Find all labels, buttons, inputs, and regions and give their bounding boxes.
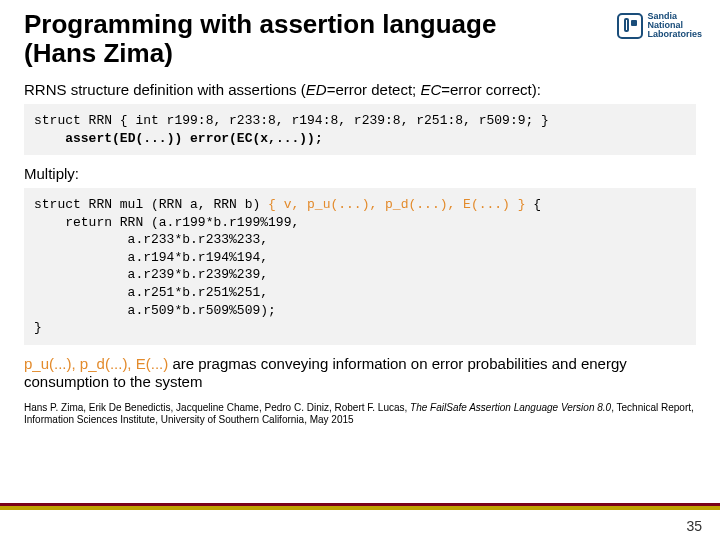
code-struct-definition: struct RRN { int r199:8, r233:8, r194:8,… (24, 104, 696, 155)
citation: Hans P. Zima, Erik De Benedictis, Jacque… (24, 402, 696, 426)
logo-text: Sandia National Laboratories (647, 12, 702, 39)
logo-mark (617, 13, 643, 39)
pragma-explanation: p_u(...), p_d(...), E(...) are pragmas c… (24, 355, 696, 393)
page-number: 35 (686, 518, 702, 534)
multiply-heading: Multiply: (24, 165, 696, 182)
slide-title: Programming with assertion language (Han… (24, 10, 696, 67)
sandia-logo: Sandia National Laboratories (617, 12, 702, 39)
code-multiply: struct RRN mul (RRN a, RRN b) { v, p_u(.… (24, 188, 696, 344)
rrns-definition-heading: RRNS structure definition with assertion… (24, 81, 696, 98)
footer-divider (0, 506, 720, 510)
